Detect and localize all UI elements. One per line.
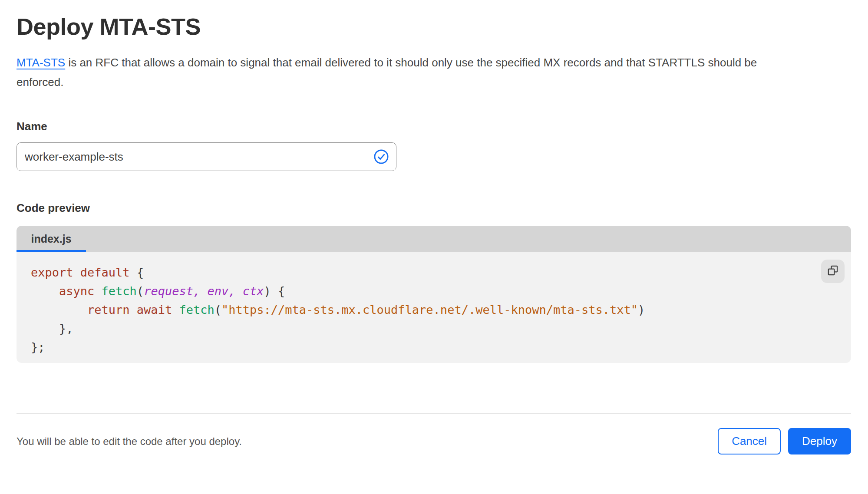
code-block: export default { async fetch(request, en… [31,263,799,356]
name-input[interactable] [17,142,396,171]
intro-paragraph: MTA-STS is an RFC that allows a domain t… [17,53,798,92]
code-preview-label: Code preview [17,201,851,215]
footer-divider [17,413,851,414]
check-circle-icon [373,148,389,165]
footer-buttons: Cancel Deploy [718,428,851,454]
copy-icon [827,265,839,278]
name-label: Name [17,120,851,133]
deploy-mta-sts-page: Deploy MTA-STS MTA-STS is an RFC that al… [0,13,868,454]
copy-code-button[interactable] [821,260,845,283]
code-area: export default { async fetch(request, en… [17,252,851,363]
code-preview-card: index.js export default { async fetch(re… [17,226,851,363]
name-input-wrapper [17,142,396,171]
cancel-button[interactable]: Cancel [718,428,781,454]
footer-note: You will be able to edit the code after … [17,435,242,448]
tab-index-js[interactable]: index.js [17,226,86,252]
mta-sts-link[interactable]: MTA-STS [17,56,65,69]
code-tabbar: index.js [17,226,851,252]
page-title: Deploy MTA-STS [17,13,851,40]
tab-label: index.js [31,233,71,245]
deploy-button[interactable]: Deploy [788,428,851,454]
intro-text: is an RFC that allows a domain to signal… [17,56,757,89]
footer: You will be able to edit the code after … [17,428,851,454]
